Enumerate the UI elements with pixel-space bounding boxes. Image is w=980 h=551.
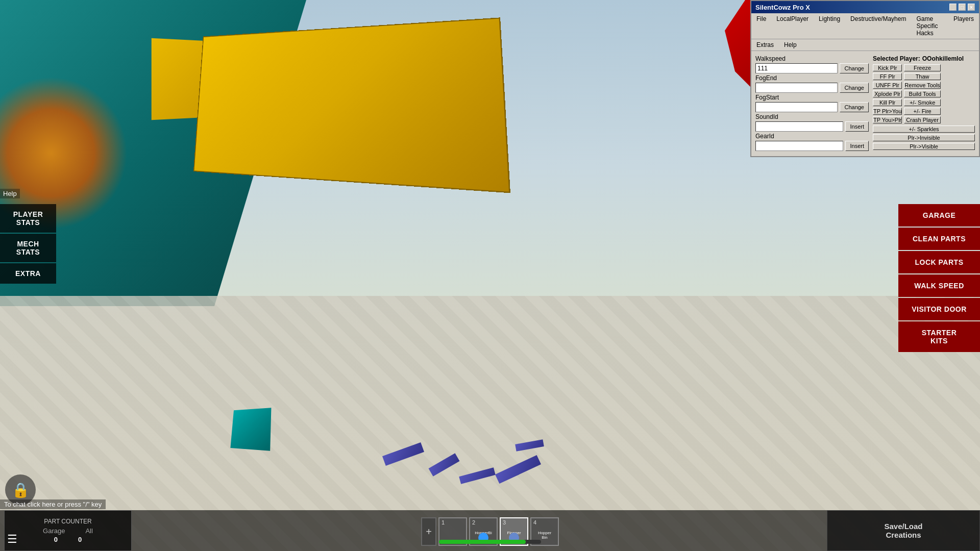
crash-player-button[interactable]: Crash Player	[904, 116, 941, 123]
menu-help[interactable]: Help	[781, 40, 800, 49]
sparkles-button[interactable]: +/- Sparkles	[873, 126, 975, 133]
plr-visible-button[interactable]: Plr->Visible	[873, 143, 975, 150]
soundid-label-row: SoundId	[755, 113, 869, 120]
scene-yellow-blocks	[153, 26, 561, 230]
fogend-label: FogEnd	[755, 74, 791, 82]
purple-block-3	[459, 467, 495, 484]
selected-player-value: OOohkillemlol	[922, 55, 964, 62]
menu-file[interactable]: File	[753, 14, 769, 38]
chat-hint[interactable]: To chat click here or press "/" key	[0, 499, 106, 509]
soundid-input-row: Insert	[755, 121, 869, 132]
kill-plr-button[interactable]: Kill Plr	[873, 99, 902, 106]
gearid-input-row: Insert	[755, 141, 869, 151]
freeze-button[interactable]: Freeze	[904, 64, 941, 71]
part-counter: PART COUNTER Garage All 0 0	[4, 510, 132, 551]
walkspeed-input-row: Change	[755, 63, 869, 73]
walkspeed-row: Walkspeed	[755, 55, 869, 62]
player-buttons-area: Kick Plr FF Plr UNFF Plr Xplode Plr Kill…	[873, 64, 975, 123]
menu-lighting[interactable]: Lighting	[816, 14, 843, 38]
fogstart-change-button[interactable]: Change	[840, 102, 869, 112]
player-buttons-col2: Freeze Thaw Remove Tools Build Tools +/-…	[904, 64, 941, 123]
fogend-change-button[interactable]: Change	[840, 83, 869, 93]
walkspeed-change-button[interactable]: Change	[840, 63, 869, 73]
panel-titlebar: SilentCowz Pro X _ □ ×	[751, 1, 979, 13]
menu-players[interactable]: Players	[950, 14, 977, 38]
smoke-button[interactable]: +/- Smoke	[904, 99, 941, 106]
selected-player-row: Selected Player: OOohkillemlol	[873, 55, 975, 62]
right-sidebar: GARAGE CLEAN PARTS LOCK PARTS WALK SPEED…	[898, 204, 980, 353]
menu-game-hacks[interactable]: Game Specific Hacks	[913, 14, 946, 38]
walkspeed-input[interactable]	[755, 63, 838, 73]
panel-menubar-2: Extras Help	[751, 39, 979, 51]
purple-block-4	[495, 455, 541, 484]
walkspeed-label: Walkspeed	[755, 55, 791, 62]
walk-speed-button[interactable]: WALK SPEED	[898, 274, 980, 297]
help-label: Help	[0, 189, 20, 198]
all-label: All	[85, 527, 92, 535]
panel-two-col: Walkspeed Change FogEnd Change FogStart	[755, 55, 975, 152]
tp-you-plr-button[interactable]: TP You>Plr	[873, 116, 902, 123]
visitor-door-button[interactable]: VISITOR DOOR	[898, 298, 980, 320]
all-count: 0	[78, 536, 82, 543]
fogstart-label-row: FogStart	[755, 94, 869, 101]
selected-player-label: Selected Player:	[873, 55, 920, 62]
lock-parts-button[interactable]: LOCK PARTS	[898, 251, 980, 273]
left-sidebar: PLAYERSTATS MECHSTATS EXTRA	[0, 204, 56, 285]
hamburger-menu[interactable]: ☰	[7, 533, 17, 546]
plr-invisible-button[interactable]: Plr->Invisible	[873, 134, 975, 141]
gearid-label-row: GearId	[755, 133, 869, 140]
health-bar-container	[439, 506, 541, 544]
panel-menubar: File LocalPlayer Lighting Destructive/Ma…	[751, 13, 979, 39]
save-load-button[interactable]: Save/LoadCreations	[827, 510, 980, 551]
health-bar-fill	[439, 540, 526, 544]
soundid-insert-button[interactable]: Insert	[845, 121, 869, 132]
garage-label: Garage	[43, 527, 65, 535]
unff-plr-button[interactable]: UNFF Plr	[873, 82, 902, 89]
mech-stats-button[interactable]: MECHSTATS	[0, 234, 56, 262]
fogstart-label: FogStart	[755, 94, 791, 101]
menu-localplayer[interactable]: LocalPlayer	[773, 14, 812, 38]
garage-count: 0	[54, 536, 58, 543]
panel-maximize-button[interactable]: □	[959, 4, 966, 11]
build-tools-button[interactable]: Build Tools	[904, 90, 941, 97]
extra-player-buttons: +/- Sparkles Plr->Invisible Plr->Visible	[873, 126, 975, 150]
panel-body: Walkspeed Change FogEnd Change FogStart	[751, 51, 979, 156]
purple-block-5	[515, 439, 544, 451]
player-stats-button[interactable]: PLAYERSTATS	[0, 204, 56, 233]
menu-extras[interactable]: Extras	[753, 40, 777, 49]
panel-right-col-area: Selected Player: OOohkillemlol Kick Plr …	[873, 55, 975, 152]
soundid-input[interactable]	[755, 121, 843, 132]
fogstart-input[interactable]	[755, 102, 838, 112]
gearid-label: GearId	[755, 133, 791, 140]
tp-plr-you-button[interactable]: TP Plr>You	[873, 108, 902, 115]
scene-teal-block	[230, 408, 271, 451]
part-counter-title: PART COUNTER	[44, 518, 91, 525]
ff-plr-button[interactable]: FF Plr	[873, 73, 902, 80]
panel-minimize-button[interactable]: _	[949, 4, 957, 11]
menu-destructive[interactable]: Destructive/Mayhem	[847, 14, 909, 38]
scene-yellow-main	[193, 17, 510, 193]
purple-block-1	[382, 442, 424, 466]
garage-button[interactable]: GARAGE	[898, 204, 980, 227]
gearid-input[interactable]	[755, 141, 843, 151]
panel-close-button[interactable]: ×	[968, 4, 975, 11]
fogend-input[interactable]	[755, 83, 838, 93]
fogend-label-row: FogEnd	[755, 74, 869, 82]
extra-button[interactable]: EXTRA	[0, 263, 56, 284]
kick-plr-button[interactable]: Kick Plr	[873, 64, 902, 71]
clean-parts-button[interactable]: CLEAN PARTS	[898, 228, 980, 250]
health-bar-bg	[439, 540, 541, 544]
fire-button[interactable]: +/- Fire	[904, 108, 941, 115]
gearid-insert-button[interactable]: Insert	[845, 141, 869, 151]
fogstart-input-row: Change	[755, 102, 869, 112]
player-buttons-col1: Kick Plr FF Plr UNFF Plr Xplode Plr Kill…	[873, 64, 902, 123]
starter-kits-button[interactable]: STARTERKITS	[898, 321, 980, 352]
remove-tools-button[interactable]: Remove Tools	[904, 82, 941, 89]
xplode-plr-button[interactable]: Xplode Plr	[873, 90, 902, 97]
thaw-button[interactable]: Thaw	[904, 73, 941, 80]
panel-title: SilentCowz Pro X	[755, 4, 810, 11]
hotbar-add-button[interactable]: +	[421, 517, 436, 546]
purple-block-2	[429, 453, 460, 477]
soundid-label: SoundId	[755, 113, 791, 120]
panel-left-col: Walkspeed Change FogEnd Change FogStart	[755, 55, 869, 152]
